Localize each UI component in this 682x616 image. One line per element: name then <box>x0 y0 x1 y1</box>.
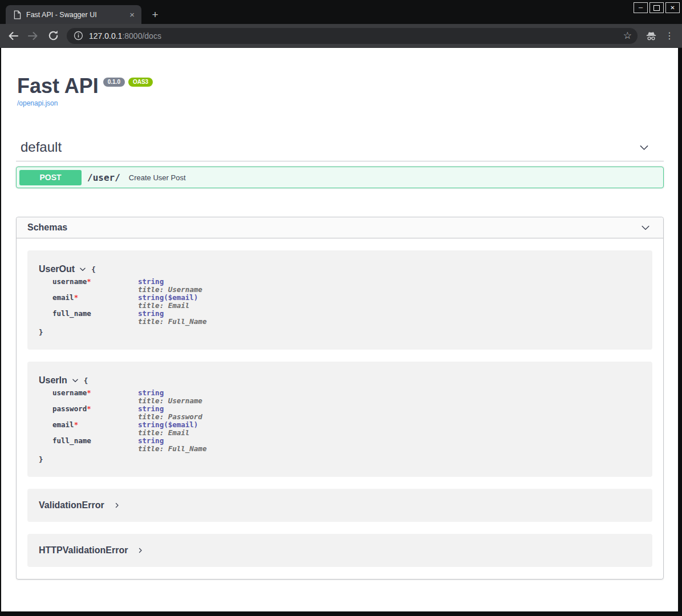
minimize-button[interactable]: ─ <box>634 2 648 13</box>
model-name[interactable]: ValidationError <box>39 500 104 510</box>
chevron-down-icon[interactable] <box>638 141 650 153</box>
model-properties: username*stringtitle: Usernamepassword*s… <box>52 389 641 453</box>
model-title-row[interactable]: UserIn{ <box>39 375 641 386</box>
open-brace: { <box>84 376 88 385</box>
property-row: username*stringtitle: Username <box>52 389 641 405</box>
chevron-down-icon[interactable] <box>79 265 87 273</box>
property-type: string <box>138 437 206 445</box>
openapi-spec-link[interactable]: /openapi.json <box>17 99 58 107</box>
maximize-icon <box>653 5 660 11</box>
property-title: title: Full_Name <box>138 445 206 453</box>
model-userin: UserIn{username*stringtitle: Usernamepas… <box>27 362 652 477</box>
forward-button[interactable] <box>26 29 40 43</box>
window-frame: Fast API 0.1.0 OAS3 /openapi.json defaul… <box>0 48 682 616</box>
property-name: username* <box>52 278 138 294</box>
model-title-row[interactable]: HTTPValidationError <box>39 545 641 556</box>
property-detail: string($email)title: Email <box>138 294 198 310</box>
browser-toolbar: 127.0.0.1:8000/docs ☆ ⋮ <box>0 24 682 48</box>
model-title-row[interactable]: UserOut{ <box>39 264 641 274</box>
property-name-text: email <box>52 293 74 302</box>
required-star: * <box>74 293 79 302</box>
tag-section-default[interactable]: default <box>16 139 664 161</box>
new-tab-button[interactable]: + <box>147 7 163 23</box>
property-type: string($email) <box>138 294 198 302</box>
property-row: email*string($email)title: Email <box>52 421 641 437</box>
chevron-down-icon[interactable] <box>640 222 651 233</box>
version-badge: 0.1.0 <box>103 78 125 87</box>
model-properties: username*stringtitle: Usernameemail*stri… <box>52 278 641 326</box>
property-title: title: Email <box>138 302 198 310</box>
property-name: email* <box>52 294 138 310</box>
property-name-text: password <box>52 404 87 413</box>
browser-menu-icon[interactable]: ⋮ <box>664 30 675 41</box>
open-brace: { <box>91 265 96 274</box>
property-type: string($email) <box>138 421 198 429</box>
browser-tab[interactable]: Fast API - Swagger UI × <box>6 5 141 24</box>
url-bar[interactable]: 127.0.0.1:8000/docs ☆ <box>67 28 638 44</box>
property-name: full_name <box>52 437 138 453</box>
maximize-button[interactable] <box>649 2 664 13</box>
tab-title: Fast API - Swagger UI <box>26 11 128 19</box>
model-title-row[interactable]: ValidationError <box>39 500 641 510</box>
model-name[interactable]: HTTPValidationError <box>39 545 128 556</box>
property-title: title: Email <box>138 429 198 437</box>
bookmark-star-icon[interactable]: ☆ <box>623 31 632 40</box>
property-type: string <box>138 278 202 286</box>
reload-button[interactable] <box>46 29 60 43</box>
property-row: full_namestringtitle: Full_Name <box>52 310 641 326</box>
url-text[interactable]: 127.0.0.1:8000/docs <box>89 31 623 40</box>
model-name[interactable]: UserIn <box>39 375 67 386</box>
window-controls: ─ ✕ <box>634 2 680 13</box>
property-name-text: username <box>52 277 87 286</box>
property-name: full_name <box>52 310 138 326</box>
property-detail: stringtitle: Username <box>138 278 202 294</box>
close-icon: ✕ <box>670 5 675 11</box>
property-row: password*stringtitle: Password <box>52 405 641 421</box>
url-host: 127.0.0.1 <box>89 31 122 40</box>
back-button[interactable] <box>6 29 21 43</box>
api-title-block: Fast API 0.1.0 OAS3 <box>16 76 664 96</box>
operation-summary: Create User Post <box>129 173 186 182</box>
property-row: username*stringtitle: Username <box>52 278 641 294</box>
property-detail: stringtitle: Full_Name <box>138 437 206 453</box>
chevron-right-icon[interactable] <box>113 502 120 509</box>
tab-close-icon[interactable]: × <box>128 10 136 19</box>
model-httpvalidationerror[interactable]: HTTPValidationError <box>27 534 652 567</box>
incognito-icon <box>643 28 659 44</box>
model-userout: UserOut{username*stringtitle: Usernameem… <box>27 250 652 350</box>
property-detail: string($email)title: Email <box>138 421 198 437</box>
close-brace: } <box>39 455 641 464</box>
required-star: * <box>74 420 79 429</box>
property-type: string <box>138 310 206 318</box>
property-name: email* <box>52 421 138 437</box>
property-detail: stringtitle: Password <box>138 405 202 421</box>
site-info-icon[interactable] <box>74 31 83 40</box>
property-type: string <box>138 389 202 397</box>
schemas-list: UserOut{username*stringtitle: Usernameem… <box>17 238 663 579</box>
property-type: string <box>138 405 202 413</box>
property-name-text: full_name <box>52 436 91 445</box>
opblock-post-user[interactable]: POST /user/ Create User Post <box>16 167 664 188</box>
browser-window: Fast API - Swagger UI × + ─ ✕ 127.0.0.1:… <box>0 0 682 616</box>
model-name[interactable]: UserOut <box>39 264 75 274</box>
schemas-section: Schemas UserOut{username*stringtitle: Us… <box>16 217 664 579</box>
chevron-right-icon[interactable] <box>137 547 144 554</box>
page-viewport: Fast API 0.1.0 OAS3 /openapi.json defaul… <box>1 48 678 611</box>
property-name: username* <box>52 389 138 405</box>
minimize-icon: ─ <box>639 5 643 11</box>
property-name-text: username <box>52 388 87 397</box>
tab-strip: Fast API - Swagger UI × + ─ ✕ <box>0 0 682 24</box>
property-row: email*string($email)title: Email <box>52 294 641 310</box>
property-title: title: Full_Name <box>138 318 206 326</box>
property-name: password* <box>52 405 138 421</box>
close-button[interactable]: ✕ <box>665 2 680 13</box>
required-star: * <box>87 388 91 397</box>
model-validationerror[interactable]: ValidationError <box>27 489 652 522</box>
schemas-title: Schemas <box>27 222 67 233</box>
schemas-header[interactable]: Schemas <box>17 217 663 238</box>
chevron-down-icon[interactable] <box>71 376 79 384</box>
property-title: title: Username <box>138 286 202 294</box>
property-title: title: Password <box>138 413 202 421</box>
tag-name: default <box>21 139 62 155</box>
property-row: full_namestringtitle: Full_Name <box>52 437 641 453</box>
